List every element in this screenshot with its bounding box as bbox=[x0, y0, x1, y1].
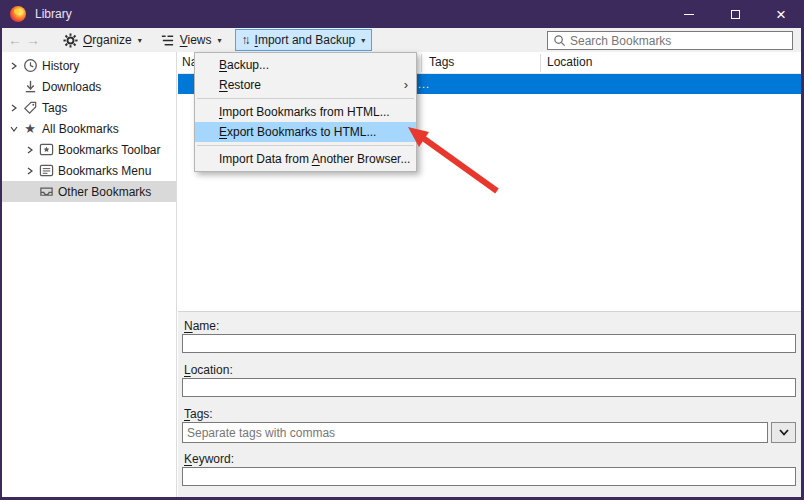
toolbar: ← → Organize ▾ bbox=[2, 28, 801, 52]
download-icon bbox=[22, 79, 38, 94]
organize-label: Organize bbox=[83, 33, 132, 47]
import-and-backup-button[interactable]: ↑↓ Import and Backup ▾ bbox=[235, 29, 373, 51]
menu-item-import-bookmarks-from-html[interactable]: Import Bookmarks from HTML... bbox=[195, 102, 416, 122]
titlebar: Library × bbox=[0, 0, 804, 28]
sidebar-item-all-bookmarks[interactable]: ★ All Bookmarks bbox=[2, 118, 176, 139]
sidebar-item-label: History bbox=[42, 59, 79, 73]
menu-item-import-data-from-another-browser[interactable]: Import Data from Another Browser... bbox=[195, 149, 416, 169]
sidebar-item-label: Downloads bbox=[42, 80, 101, 94]
gear-icon bbox=[63, 33, 78, 48]
minimize-icon bbox=[684, 14, 694, 15]
location-label: Location: bbox=[184, 363, 233, 377]
minimize-button[interactable] bbox=[666, 0, 712, 28]
location-field[interactable] bbox=[182, 378, 796, 397]
menu-item-export-bookmarks-to-html[interactable]: Export Bookmarks to HTML... bbox=[195, 122, 416, 142]
maximize-icon bbox=[731, 10, 740, 19]
organize-button[interactable]: Organize ▾ bbox=[56, 29, 149, 51]
selected-row-text: ... bbox=[418, 74, 430, 94]
import-and-backup-label: Import and Backup bbox=[255, 33, 356, 47]
column-header-tags[interactable]: Tags bbox=[429, 55, 454, 69]
sidebar-item-label: Other Bookmarks bbox=[58, 185, 151, 199]
sidebar-item-history[interactable]: History bbox=[2, 55, 176, 76]
chevron-right-icon bbox=[24, 146, 36, 154]
chevron-right-icon bbox=[24, 167, 36, 175]
bookmarks-toolbar-icon bbox=[38, 142, 54, 157]
chevron-right-icon bbox=[8, 104, 20, 112]
sidebar-item-downloads[interactable]: Downloads bbox=[2, 76, 176, 97]
window-border-left bbox=[0, 28, 2, 500]
column-divider bbox=[540, 54, 541, 72]
star-icon: ★ bbox=[22, 122, 38, 135]
window-title: Library bbox=[35, 7, 72, 21]
tag-icon bbox=[22, 100, 38, 115]
back-button[interactable]: ← bbox=[6, 32, 24, 48]
search-icon bbox=[553, 34, 566, 47]
close-button[interactable]: × bbox=[758, 0, 804, 28]
menu-separator bbox=[197, 145, 414, 146]
submenu-arrow-icon: › bbox=[404, 75, 408, 95]
column-divider bbox=[421, 54, 422, 72]
views-button[interactable]: Views ▾ bbox=[153, 29, 229, 51]
sidebar-item-other-bookmarks[interactable]: Other Bookmarks bbox=[2, 181, 176, 202]
menu-item-restore[interactable]: Restore› bbox=[195, 75, 416, 95]
forward-button[interactable]: → bbox=[24, 32, 42, 48]
views-label: Views bbox=[180, 33, 212, 47]
maximize-button[interactable] bbox=[712, 0, 758, 28]
bookmarks-menu-icon bbox=[38, 163, 54, 178]
name-label: Name: bbox=[184, 319, 219, 333]
search-bookmarks-field[interactable] bbox=[547, 31, 793, 50]
tags-dropdown-button[interactable] bbox=[771, 422, 796, 443]
chevron-down-icon bbox=[8, 125, 20, 133]
chevron-down-icon bbox=[779, 429, 789, 436]
sidebar-item-bookmarks-menu[interactable]: Bookmarks Menu bbox=[2, 160, 176, 181]
menu-item-backup[interactable]: Backup... bbox=[195, 55, 416, 75]
sidebar-item-label: Bookmarks Menu bbox=[58, 164, 151, 178]
bookmark-details-pane: Name: Location: Tags: Keyword: bbox=[178, 311, 801, 497]
list-view-icon bbox=[160, 33, 175, 48]
import-and-backup-menu: Backup... Restore› Import Bookmarks from… bbox=[194, 52, 417, 172]
search-input[interactable] bbox=[570, 34, 770, 48]
chevron-right-icon bbox=[8, 62, 20, 70]
sidebar-item-bookmarks-toolbar[interactable]: Bookmarks Toolbar bbox=[2, 139, 176, 160]
name-field[interactable] bbox=[182, 334, 796, 353]
sidebar-item-label: Tags bbox=[42, 101, 67, 115]
firefox-logo-icon bbox=[10, 6, 26, 22]
sidebar-item-tags[interactable]: Tags bbox=[2, 97, 176, 118]
chevron-down-icon: ▾ bbox=[138, 36, 142, 45]
menu-separator bbox=[197, 98, 414, 99]
column-header-location[interactable]: Location bbox=[547, 55, 592, 69]
sidebar: History Downloads Tags ★ All Bookmarks B… bbox=[2, 52, 177, 497]
clock-icon bbox=[22, 58, 38, 73]
other-bookmarks-icon bbox=[38, 184, 54, 199]
import-export-arrows-icon: ↑↓ bbox=[242, 33, 248, 47]
tags-label: Tags: bbox=[184, 407, 213, 421]
tags-field[interactable] bbox=[182, 422, 768, 443]
keyword-label: Keyword: bbox=[184, 452, 234, 466]
window-controls: × bbox=[666, 0, 804, 28]
chevron-down-icon: ▾ bbox=[361, 36, 365, 45]
library-window: Library × ← → Organize ▾ bbox=[0, 0, 804, 500]
chevron-down-icon: ▾ bbox=[218, 36, 222, 45]
sidebar-item-label: All Bookmarks bbox=[42, 122, 119, 136]
sidebar-item-label: Bookmarks Toolbar bbox=[58, 143, 161, 157]
keyword-field[interactable] bbox=[182, 467, 796, 486]
